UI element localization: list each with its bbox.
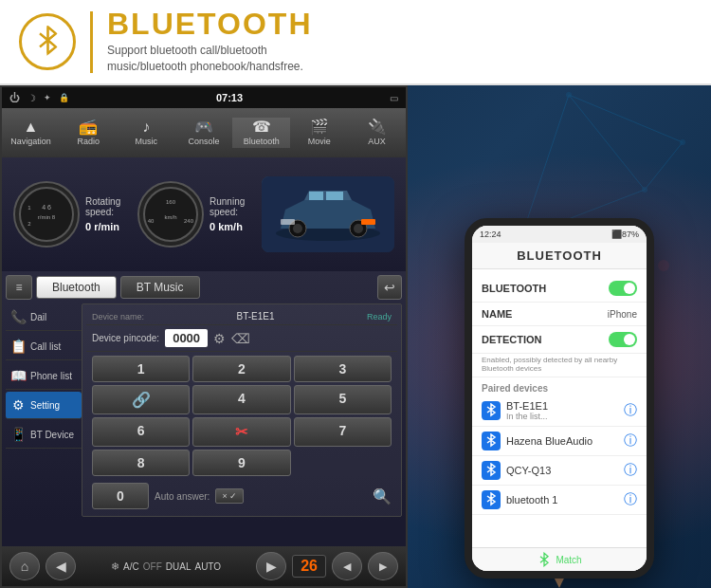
phone-nav-match[interactable]: Match: [556, 555, 581, 565]
bottom-bar: ⌂ ◀ ❄ A/C OFF DUAL AUTO ▶ 26 ◀ ▶: [2, 546, 406, 586]
phone-list-icon: 📖: [9, 368, 27, 383]
nav-item-radio[interactable]: 📻 Radio: [60, 118, 118, 148]
num-btn-7[interactable]: 7: [294, 417, 392, 447]
gauge-container-right: 160 km/h 40 240 Running speed: 0 km/h: [137, 181, 252, 248]
nav-item-bluetooth[interactable]: ☎ Bluetooth: [232, 118, 290, 148]
detection-desc: Enabled, possibly detected by all nearby…: [472, 354, 647, 377]
phone-mockup: 12:24 ⬛87% BLUETOOTH BLUETOOTH NAME: [465, 218, 654, 579]
gauge-container-left: 4 6 r/min 8 2 1 Rotating speed: 0 r/min: [13, 181, 128, 248]
phone-device-bt-icon-0: [482, 401, 501, 420]
sidebar-item-phone-list[interactable]: 📖 Phone list: [6, 362, 82, 390]
rotating-speed-info: Rotating speed: 0 r/min: [85, 196, 128, 232]
phone-device-bt-icon-3: [482, 490, 501, 509]
rpm-gauge: 4 6 r/min 8 2 1: [13, 181, 80, 248]
svg-rect-34: [309, 192, 323, 200]
num-btn-3[interactable]: 3: [294, 356, 392, 382]
nav-item-movie[interactable]: 🎬 Movie: [290, 118, 348, 148]
main-content: ⏻ ☽ ✦ 🔒 07:13 ▭ ▲ Navigation 📻 Radio ♪ M: [0, 85, 711, 588]
num-btn-8[interactable]: 8: [92, 450, 190, 476]
header-text: BLUETOOTH Support bluetooth call/bluetoo…: [107, 9, 313, 75]
status-left: ⏻ ☽ ✦ 🔒: [9, 92, 69, 103]
battery-icon: ▭: [390, 93, 398, 103]
phone-name-value: iPhone: [608, 309, 637, 320]
num-btn-6[interactable]: 6: [92, 417, 190, 447]
back-button[interactable]: ↩: [377, 275, 402, 300]
movie-icon: 🎬: [310, 119, 329, 135]
phone-device-info-icon-0[interactable]: ⓘ: [624, 402, 637, 419]
phone-detection-row: DETECTION: [472, 326, 647, 354]
phone-device-row-3[interactable]: bluetooth 1 ⓘ: [472, 486, 647, 515]
num-btn-2[interactable]: 2: [192, 356, 290, 382]
phone-device-row-2[interactable]: QCY-Q13 ⓘ: [472, 456, 647, 486]
phone-device-info-1: Hazena BlueAudio: [506, 435, 618, 447]
phone-device-info-icon-3[interactable]: ⓘ: [624, 491, 637, 508]
phone-battery: ⬛87%: [611, 230, 639, 239]
phone-device-name-3: bluetooth 1: [506, 494, 618, 505]
aux-icon: 🔌: [368, 119, 387, 135]
back-nav-button[interactable]: ◀: [46, 552, 76, 580]
sidebar-item-setting[interactable]: ⚙ Setting: [6, 392, 82, 419]
phone-detection-label: DETECTION: [482, 334, 542, 345]
nav-item-console[interactable]: 🎮 Console: [175, 118, 233, 148]
sidebar-item-dail[interactable]: 📞 Dail: [6, 303, 82, 331]
tab-bt-music[interactable]: BT Music: [120, 276, 200, 299]
rotating-speed-label: Rotating speed:: [85, 196, 128, 217]
phone-device-row-1[interactable]: Hazena BlueAudio ⓘ: [472, 427, 647, 456]
num-btn-scissors[interactable]: ✂: [192, 417, 290, 447]
running-speed-value: 0 km/h: [210, 221, 252, 232]
ac-text: A/C: [123, 561, 139, 572]
car-svg: [262, 176, 394, 252]
forward-nav-button[interactable]: ▶: [256, 552, 286, 580]
phone-device-bt-icon-1: [482, 432, 501, 450]
num-btn-0[interactable]: 0: [92, 483, 149, 509]
car-image: [262, 176, 394, 252]
sidebar-label-phone-list: Phone list: [30, 371, 72, 381]
phone-name-label: NAME: [482, 308, 512, 320]
nav-label-radio: Radio: [78, 137, 100, 146]
phone-content: BLUETOOTH NAME iPhone DETECTION: [472, 269, 647, 547]
phone-device-info-icon-2[interactable]: ⓘ: [624, 462, 637, 479]
phone-detection-toggle[interactable]: [609, 332, 637, 347]
device-name-value: BT-E1E1: [236, 311, 274, 322]
phone-device-info-icon-1[interactable]: ⓘ: [624, 432, 637, 450]
auto-text: AUTO: [194, 561, 221, 572]
pincode-delete-icon[interactable]: ⌫: [231, 331, 250, 346]
num-btn-4-digit[interactable]: 4: [192, 385, 290, 414]
svg-text:40: 40: [148, 218, 155, 224]
call-list-icon: 📋: [9, 339, 27, 354]
sidebar-menu: 📞 Dail 📋 Call list 📖 Phone list ⚙ Settin…: [6, 303, 82, 517]
num-btn-4[interactable]: 🔗: [92, 385, 190, 414]
vol-down-button[interactable]: ◀: [332, 552, 362, 580]
num-btn-5[interactable]: 5: [294, 385, 392, 414]
phone-bt-bottom-icon: [537, 552, 552, 567]
nav-item-music[interactable]: ♪ Music: [118, 118, 175, 148]
nav-item-aux[interactable]: 🔌 AUX: [348, 118, 406, 148]
bt-device-icon: 📱: [9, 427, 27, 442]
dashboard: 4 6 r/min 8 2 1 Rotating speed: 0 r/min …: [2, 157, 406, 271]
phone-bt-toggle[interactable]: [609, 281, 637, 296]
dual-text: DUAL: [166, 561, 191, 572]
status-bar: ⏻ ☽ ✦ 🔒 07:13 ▭: [2, 87, 406, 108]
nav-label-console: Console: [188, 137, 219, 146]
console-icon: 🎮: [194, 119, 213, 135]
vol-up-button[interactable]: ▶: [368, 552, 398, 580]
home-button[interactable]: ⌂: [9, 552, 40, 580]
speed-gauge: 160 km/h 40 240: [137, 181, 204, 248]
search-button[interactable]: 🔍: [373, 487, 392, 505]
settings-icon-button[interactable]: ≡: [6, 275, 32, 300]
sidebar-item-call-list[interactable]: 📋 Call list: [6, 333, 82, 360]
tab-bluetooth[interactable]: Bluetooth: [36, 276, 117, 299]
status-right: ▭: [390, 93, 398, 103]
svg-rect-35: [326, 192, 343, 200]
phone-bottom-nav: Match: [472, 547, 647, 571]
num-btn-9[interactable]: 9: [192, 450, 290, 476]
bluetooth-icon-circle: [19, 13, 76, 70]
num-btn-1[interactable]: 1: [92, 356, 190, 382]
sidebar-item-bt-device[interactable]: 📱 BT Device: [6, 421, 82, 449]
svg-rect-37: [361, 219, 375, 225]
phone-device-row-0[interactable]: BT-E1E1 In the list... ⓘ: [472, 395, 647, 427]
nav-item-navigation[interactable]: ▲ Navigation: [2, 118, 60, 148]
numpad: 1 2 3 🔗 4 5 6 ✂ 7 8 9: [86, 352, 397, 480]
pincode-gear-icon[interactable]: ⚙: [213, 331, 226, 346]
device-name-label: Device name:: [92, 312, 144, 322]
